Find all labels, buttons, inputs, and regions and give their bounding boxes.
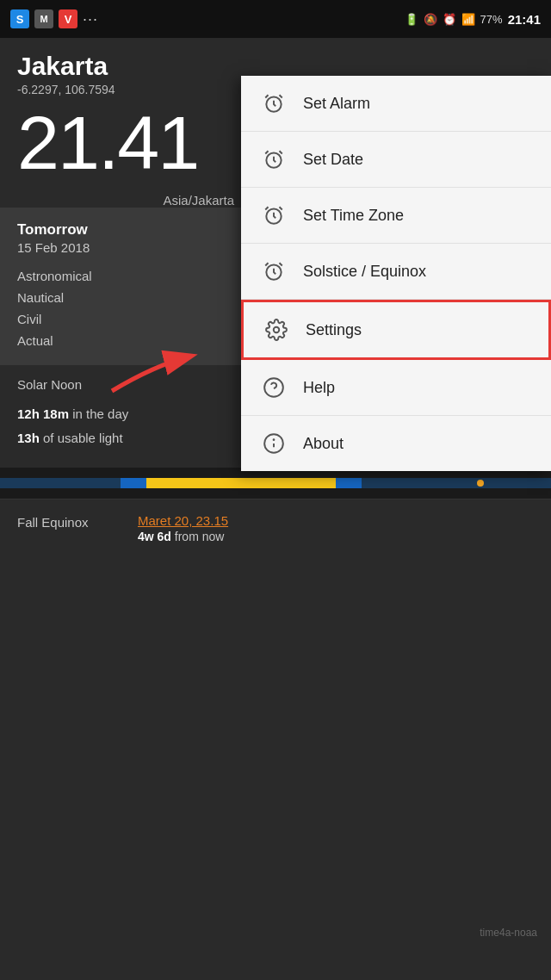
- clock-icon-timezone: [262, 203, 286, 227]
- daylight-rest-2: of usable light: [40, 431, 123, 445]
- app-icon-v: V: [59, 9, 77, 28]
- menu-item-settings[interactable]: Settings: [241, 300, 551, 360]
- daylight-text-2: 13h of usable light: [17, 431, 123, 445]
- card-section: Tomorrow 15 Feb 2018 Astronomical Nautic…: [0, 208, 243, 365]
- daylight-rest-1: in the day: [69, 406, 128, 421]
- menu-label-set-alarm: Set Alarm: [303, 95, 370, 113]
- card-date-label: 15 Feb 2018: [17, 240, 226, 255]
- menu-item-set-timezone[interactable]: Set Time Zone: [241, 188, 551, 244]
- app-icon-m: M: [34, 9, 53, 28]
- timeline-yellow: [146, 478, 336, 488]
- equinox-from: 4w 6d from now: [138, 530, 228, 543]
- card-item-civil: Civil: [17, 308, 226, 330]
- daylight-text-1: 12h 18m in the day: [17, 406, 128, 421]
- mute-icon: 🔕: [424, 13, 437, 26]
- menu-item-about[interactable]: About: [241, 416, 551, 471]
- app-container: Jakarta -6.2297, 106.7594 21.41 Asia/Jak…: [0, 38, 551, 980]
- equinox-row: Fall Equinox Maret 20, 23.15 4w 6d from …: [17, 513, 534, 543]
- equinox-label: Fall Equinox: [17, 513, 121, 530]
- menu-label-settings: Settings: [306, 321, 362, 339]
- timeline-dot: [477, 480, 484, 487]
- svg-point-5: [274, 327, 280, 333]
- city-coords: -6.2297, 106.7594: [17, 83, 226, 96]
- menu-item-solstice[interactable]: Solstice / Equinox: [241, 244, 551, 300]
- timeline-blue-right: [336, 478, 362, 488]
- menu-item-set-alarm[interactable]: Set Alarm: [241, 76, 551, 132]
- gear-icon: [264, 318, 288, 342]
- equinox-from-bold: 4w 6d: [138, 530, 171, 543]
- alarm-status-icon: ⏰: [443, 13, 456, 26]
- battery-icon: 🔋: [405, 13, 418, 26]
- menu-label-set-date: Set Date: [303, 151, 363, 169]
- menu-label-set-timezone: Set Time Zone: [303, 207, 404, 225]
- svg-point-6: [264, 378, 283, 397]
- solar-noon-label: Solar Noon: [17, 377, 82, 392]
- clock-icon-date: [262, 147, 286, 171]
- status-bar-left: S M V ···: [10, 9, 98, 28]
- status-bar: S M V ··· 🔋 🔕 ⏰ 📶 77% 21:41: [0, 0, 551, 38]
- timezone-label: Asia/Jakarta: [0, 193, 243, 208]
- header-area: Jakarta -6.2297, 106.7594 21.41: [0, 38, 243, 189]
- dropdown-menu: Set Alarm Set Date Set Tim: [241, 76, 551, 471]
- clock-icon-solstice: [262, 259, 286, 283]
- timeline-dark-right: [362, 478, 551, 488]
- alarm-icon: [262, 91, 286, 115]
- timeline-container: [0, 468, 551, 499]
- equinox-section: Fall Equinox Maret 20, 23.15 4w 6d from …: [0, 499, 551, 557]
- menu-label-help: Help: [303, 379, 335, 397]
- card-item-astronomical: Astronomical: [17, 265, 226, 287]
- app-icon-s: S: [10, 9, 29, 28]
- status-time: 21:41: [508, 12, 541, 27]
- timeline-blue-left: [121, 478, 146, 488]
- wifi-icon: 📶: [461, 13, 475, 26]
- equinox-info: Maret 20, 23.15 4w 6d from now: [138, 513, 228, 543]
- info-icon: [262, 431, 286, 456]
- big-time-display: 21.41: [17, 105, 226, 181]
- status-bar-right: 🔋 🔕 ⏰ 📶 77% 21:41: [405, 12, 541, 27]
- battery-percent: 77%: [480, 13, 503, 26]
- menu-item-help[interactable]: Help: [241, 360, 551, 416]
- city-name: Jakarta: [17, 52, 226, 81]
- menu-label-solstice: Solstice / Equinox: [303, 263, 426, 281]
- menu-label-about: About: [303, 435, 344, 453]
- menu-item-set-date[interactable]: Set Date: [241, 132, 551, 188]
- daylight-bold-1: 12h 18m: [17, 406, 69, 421]
- card-item-actual: Actual: [17, 330, 226, 351]
- status-dots: ···: [83, 10, 98, 28]
- timeline-bar: [0, 478, 551, 488]
- daylight-bold-2: 13h: [17, 431, 40, 445]
- credit-label: time4a-noaa: [480, 927, 537, 939]
- help-icon: [262, 375, 286, 400]
- card-day-label: Tomorrow: [17, 221, 226, 239]
- equinox-date[interactable]: Maret 20, 23.15: [138, 513, 228, 528]
- timeline-dark-left: [0, 478, 121, 488]
- card-item-nautical: Nautical: [17, 287, 226, 308]
- equinox-from-rest: from now: [171, 530, 224, 543]
